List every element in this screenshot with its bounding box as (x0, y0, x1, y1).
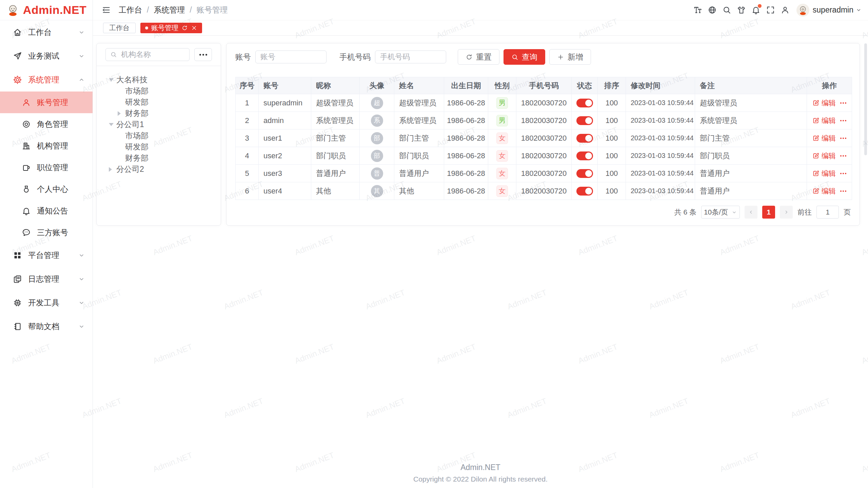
pagination: 共 6 条 10条/页 1 前往 页 (235, 200, 851, 224)
refresh-icon[interactable] (181, 25, 188, 31)
sidebar-item-业务测试[interactable]: 业务测试 (0, 44, 93, 68)
sidebar-item-开发工具[interactable]: 开发工具 (0, 291, 93, 314)
cell-nickname: 超级管理员 (311, 94, 360, 112)
sidebar-subitem-职位管理[interactable]: 职位管理 (0, 157, 93, 178)
current-page-button[interactable]: 1 (762, 206, 775, 219)
username[interactable]: superadmin (813, 5, 853, 15)
sidebar-subitem-账号管理[interactable]: 账号管理 (0, 92, 93, 113)
close-icon[interactable] (191, 25, 197, 31)
tree-node-分公司1[interactable]: 分公司1 (97, 119, 221, 130)
column-header-出生日期: 出生日期 (444, 77, 488, 94)
sidebar-item-平台管理[interactable]: 平台管理 (0, 243, 93, 267)
tree-node-研发部[interactable]: 研发部 (97, 141, 221, 152)
theme-icon[interactable] (734, 3, 749, 17)
more-actions-button[interactable] (840, 190, 846, 192)
org-more-button[interactable] (194, 48, 212, 61)
more-actions-button[interactable] (840, 155, 846, 157)
font-size-icon[interactable] (690, 3, 705, 17)
search-icon[interactable] (719, 3, 734, 17)
status-toggle[interactable] (576, 151, 593, 160)
tree-node-市场部[interactable]: 市场部 (97, 130, 221, 141)
collapse-menu-icon[interactable] (100, 4, 112, 16)
tree-node-大名科技[interactable]: 大名科技 (97, 74, 221, 85)
status-toggle[interactable] (576, 116, 593, 125)
column-header-序号: 序号 (236, 77, 259, 94)
cell-account: admin (259, 112, 311, 129)
goto-label: 前往 (797, 207, 812, 217)
edit-button[interactable]: 编辑 (812, 98, 836, 108)
cell-birth: 1986-06-28 (444, 94, 488, 112)
user-menu-caret-icon[interactable] (855, 7, 862, 13)
chevron-down-icon (78, 299, 85, 306)
tree-node-财务部[interactable]: 财务部 (97, 108, 221, 119)
status-toggle[interactable] (576, 134, 593, 143)
more-actions-button[interactable] (840, 120, 846, 121)
phone-filter-input[interactable] (375, 50, 446, 63)
cell-account: user4 (259, 182, 311, 200)
row-actions: 编辑 (807, 151, 851, 161)
next-page-button[interactable] (780, 206, 793, 219)
query-button[interactable]: 查询 (504, 49, 545, 65)
sidebar-item-帮助文档[interactable]: 帮助文档 (0, 314, 93, 338)
avatar: 普 (371, 167, 383, 180)
tree-node-研发部[interactable]: 研发部 (97, 97, 221, 108)
breadcrumb-item[interactable]: 工作台 (119, 5, 142, 15)
tab-工作台[interactable]: 工作台 (103, 23, 136, 33)
scrollbar-thumb[interactable] (864, 43, 867, 155)
prev-page-button[interactable] (745, 206, 757, 219)
more-actions-button[interactable] (840, 138, 846, 139)
sidebar-subitem-label: 角色管理 (37, 119, 85, 129)
home-icon (13, 28, 22, 37)
sidebar-subitem-三方账号[interactable]: 三方账号 (0, 222, 93, 243)
breadcrumb-item[interactable]: 系统管理 (154, 5, 185, 15)
sidebar-item-日志管理[interactable]: 日志管理 (0, 267, 93, 291)
sidebar-item-系统管理[interactable]: 系统管理 (0, 68, 93, 92)
cell-birth: 1986-06-28 (444, 129, 488, 147)
sidebar-item-label: 平台管理 (28, 250, 78, 261)
edit-button[interactable]: 编辑 (812, 169, 836, 178)
notification-icon[interactable] (749, 3, 763, 17)
language-icon[interactable] (705, 3, 719, 17)
column-header-账号: 账号 (259, 77, 311, 94)
profile-icon (22, 185, 31, 194)
add-button[interactable]: 新增 (549, 49, 591, 65)
avatar: 部 (371, 132, 383, 144)
account-filter-input[interactable] (255, 50, 327, 63)
more-actions-button[interactable] (840, 173, 846, 174)
avatar: 超 (371, 97, 383, 109)
sidebar-subitem-个人中心[interactable]: 个人中心 (0, 178, 93, 200)
active-tab-dot (145, 26, 148, 29)
tree-node-市场部[interactable]: 市场部 (97, 85, 221, 97)
more-actions-button[interactable] (840, 102, 846, 104)
goto-page-input[interactable] (816, 206, 839, 219)
account-filter-label: 账号 (235, 52, 251, 62)
sidebar-item-工作台[interactable]: 工作台 (0, 20, 93, 44)
edit-button[interactable]: 编辑 (812, 186, 836, 196)
org-search-field (105, 48, 190, 61)
user-avatar[interactable] (796, 4, 809, 17)
sidebar-item-label: 业务测试 (28, 51, 78, 61)
edit-button[interactable]: 编辑 (812, 151, 836, 161)
person-icon[interactable] (778, 3, 792, 17)
tree-node-分公司2[interactable]: 分公司2 (97, 164, 221, 175)
tree-node-财务部[interactable]: 财务部 (97, 152, 221, 164)
column-header-排序: 排序 (598, 77, 626, 94)
chevron-up-icon (78, 76, 85, 83)
chevron-down-icon (78, 323, 85, 330)
edit-button[interactable]: 编辑 (812, 116, 836, 125)
status-toggle[interactable] (576, 169, 593, 178)
status-toggle[interactable] (576, 99, 593, 107)
edit-button[interactable]: 编辑 (812, 134, 836, 143)
sidebar-subitem-通知公告[interactable]: 通知公告 (0, 200, 93, 222)
fullscreen-icon[interactable] (763, 3, 778, 17)
org-search-input[interactable] (120, 50, 185, 59)
breadcrumb-item[interactable]: 账号管理 (197, 5, 228, 15)
sidebar-subitem-角色管理[interactable]: 角色管理 (0, 113, 93, 135)
edit-label: 编辑 (822, 169, 836, 178)
reset-button[interactable]: 重置 (458, 49, 499, 65)
page-size-select[interactable]: 10条/页 (701, 206, 740, 219)
sidebar-subitem-机构管理[interactable]: 机构管理 (0, 135, 93, 157)
status-toggle[interactable] (576, 187, 593, 196)
cell-remark: 系统管理员 (695, 112, 807, 129)
tab-账号管理[interactable]: 账号管理 (140, 23, 202, 33)
